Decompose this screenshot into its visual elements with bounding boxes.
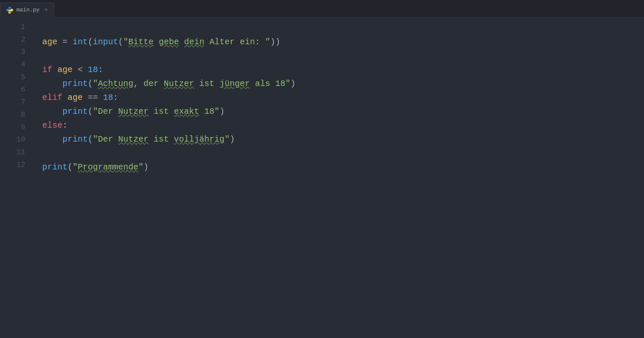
code-line-6: elif age == 18: bbox=[42, 91, 644, 105]
line-num-12: 12 bbox=[0, 159, 25, 172]
line-num-7: 7 bbox=[0, 96, 25, 109]
line-num-6: 6 bbox=[0, 83, 25, 96]
code-area[interactable]: age = int(input("Bitte gebe dein Alter e… bbox=[30, 17, 644, 338]
line-num-8: 8 bbox=[0, 109, 25, 121]
code-line-11: print("Programmende") bbox=[42, 160, 644, 174]
code-line-7: print("Der Nutzer ist exakt 18") bbox=[42, 105, 644, 118]
code-line-12 bbox=[42, 174, 644, 188]
line-num-3: 3 bbox=[0, 46, 25, 59]
code-line-2: age = int(input("Bitte gebe dein Alter e… bbox=[42, 35, 644, 49]
tab-close-button[interactable]: × bbox=[45, 7, 48, 13]
line-num-1: 1 bbox=[0, 21, 25, 34]
tab-main-py[interactable]: main.py × bbox=[0, 3, 54, 17]
python-icon bbox=[6, 7, 13, 13]
line-num-2: 2 bbox=[0, 34, 25, 46]
code-line-3 bbox=[42, 49, 644, 63]
code-line-8: else: bbox=[42, 118, 644, 132]
line-num-11: 11 bbox=[0, 146, 25, 159]
code-line-10 bbox=[42, 146, 644, 160]
tab-filename: main.py bbox=[16, 7, 40, 13]
line-num-5: 5 bbox=[0, 71, 25, 84]
line-numbers: 1 2 3 4 5 6 7 8 9 10 11 12 bbox=[0, 17, 30, 338]
code-line-5: print("Achtung, der Nutzer ist jünger al… bbox=[42, 77, 644, 91]
code-line-4: if age < 18: bbox=[42, 63, 644, 77]
code-line-1 bbox=[42, 21, 644, 35]
tab-bar: main.py × bbox=[0, 0, 644, 17]
line-num-9: 9 bbox=[0, 121, 25, 134]
editor-container: 1 2 3 4 5 6 7 8 9 10 11 12 age = int(inp… bbox=[0, 17, 644, 338]
code-line-9: print("Der Nutzer ist volljährig") bbox=[42, 132, 644, 146]
line-num-10: 10 bbox=[0, 134, 25, 146]
line-num-4: 4 bbox=[0, 59, 25, 71]
